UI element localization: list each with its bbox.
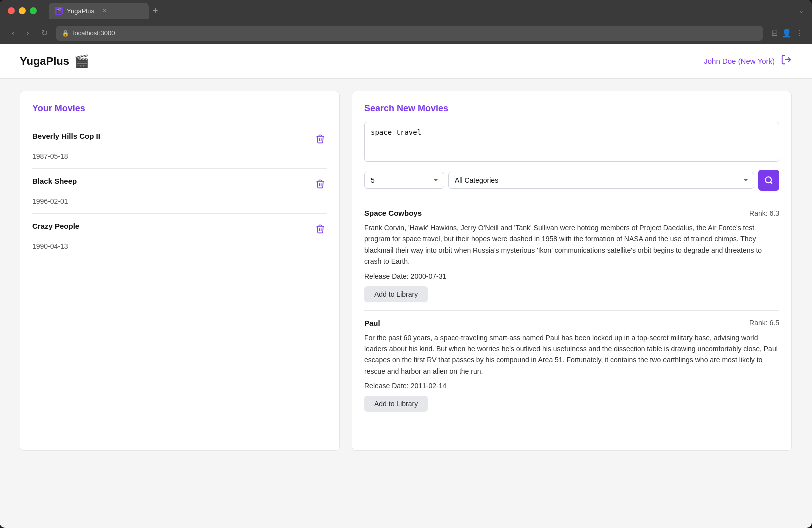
result-header: Space Cowboys Rank: 6.3 bbox=[364, 209, 780, 218]
tab-title: YugaPlus bbox=[67, 8, 94, 15]
user-name[interactable]: John Doe (New York) bbox=[704, 57, 775, 66]
category-select[interactable]: All Categories Action Comedy Drama Sci-F… bbox=[448, 172, 754, 189]
app-logo: YugaPlus 🎬 bbox=[20, 54, 90, 68]
result-title: Paul bbox=[364, 319, 380, 328]
result-date: Release Date: 2000-07-31 bbox=[364, 272, 780, 280]
menu-icon[interactable]: ⋮ bbox=[796, 28, 804, 38]
result-header: Paul Rank: 6.5 bbox=[364, 319, 780, 328]
movie-item: Black Sheep 1996-02-01 bbox=[32, 169, 328, 214]
library-panel: Your Movies Beverly Hills Cop II bbox=[20, 91, 340, 451]
movie-item: Crazy People 1990-04-13 bbox=[32, 214, 328, 258]
tab-favicon: 🎬 bbox=[55, 7, 63, 15]
browser-window: 🎬 YugaPlus ✕ + ⌄ ‹ › ↻ 🔒 localhost:3000 … bbox=[0, 0, 812, 528]
svg-point-1 bbox=[766, 177, 772, 183]
result-description: For the past 60 years, a space-traveling… bbox=[364, 332, 780, 378]
movie-item-header: Crazy People bbox=[32, 222, 328, 238]
add-to-library-button[interactable]: Add to Library bbox=[364, 286, 428, 302]
search-input[interactable]: space travel bbox=[364, 122, 780, 162]
reader-view-icon[interactable]: ⊟ bbox=[772, 28, 778, 38]
result-count-select[interactable]: 5 10 15 20 bbox=[364, 172, 444, 189]
movie-item-header: Beverly Hills Cop II bbox=[32, 132, 328, 148]
browser-toolbar: ‹ › ↻ 🔒 localhost:3000 ⊟ 👤 ⋮ bbox=[0, 22, 812, 44]
search-panel: Search New Movies space travel 5 10 15 2… bbox=[352, 91, 792, 451]
svg-line-2 bbox=[770, 182, 772, 184]
movie-date: 1987-05-18 bbox=[32, 152, 328, 160]
url-display: localhost:3000 bbox=[74, 30, 116, 37]
tab-close-icon[interactable]: ✕ bbox=[102, 8, 108, 14]
app-content: YugaPlus 🎬 John Doe (New York) Your Movi… bbox=[0, 44, 812, 528]
logo-text: YugaPlus bbox=[20, 55, 70, 68]
movie-title: Crazy People bbox=[32, 222, 80, 230]
movie-title: Beverly Hills Cop II bbox=[32, 132, 100, 140]
search-result-item: Space Cowboys Rank: 6.3 Frank Corvin, 'H… bbox=[364, 201, 780, 311]
movie-item-header: Black Sheep bbox=[32, 177, 328, 194]
search-result-item: Paul Rank: 6.5 For the past 60 years, a … bbox=[364, 311, 780, 421]
forward-button[interactable]: › bbox=[22, 27, 33, 40]
header-right: John Doe (New York) bbox=[704, 54, 792, 68]
new-tab-button[interactable]: + bbox=[153, 6, 158, 16]
movie-title: Black Sheep bbox=[32, 177, 77, 186]
add-to-library-button[interactable]: Add to Library bbox=[364, 396, 428, 412]
minimize-button[interactable] bbox=[19, 8, 26, 14]
tab-bar: 🎬 YugaPlus ✕ + bbox=[49, 3, 793, 19]
search-title: Search New Movies bbox=[364, 104, 780, 114]
result-title: Space Cowboys bbox=[364, 209, 422, 218]
tabs-dropdown-icon[interactable]: ⌄ bbox=[799, 8, 804, 14]
movie-date: 1996-02-01 bbox=[32, 198, 328, 206]
search-controls: 5 10 15 20 All Categories Action Comedy … bbox=[364, 170, 780, 191]
search-button[interactable] bbox=[758, 170, 780, 191]
active-tab[interactable]: 🎬 YugaPlus ✕ bbox=[49, 3, 149, 19]
reload-button[interactable]: ↻ bbox=[38, 26, 52, 40]
library-title: Your Movies bbox=[32, 104, 328, 114]
logo-icon: 🎬 bbox=[74, 54, 90, 68]
maximize-button[interactable] bbox=[30, 8, 37, 14]
app-header: YugaPlus 🎬 John Doe (New York) bbox=[0, 44, 812, 79]
result-date: Release Date: 2011-02-14 bbox=[364, 382, 780, 390]
close-button[interactable] bbox=[8, 8, 15, 14]
movie-item: Beverly Hills Cop II 1987-05-18 bbox=[32, 124, 328, 169]
delete-movie-button[interactable] bbox=[314, 222, 328, 238]
traffic-lights bbox=[8, 8, 37, 14]
result-description: Frank Corvin, 'Hawk' Hawkins, Jerry O'Ne… bbox=[364, 222, 780, 268]
result-rank: Rank: 6.5 bbox=[750, 319, 780, 327]
app-main: Your Movies Beverly Hills Cop II bbox=[0, 79, 812, 463]
delete-movie-button[interactable] bbox=[314, 132, 328, 148]
result-rank: Rank: 6.3 bbox=[750, 210, 780, 218]
account-icon[interactable]: 👤 bbox=[782, 28, 792, 38]
movie-date: 1990-04-13 bbox=[32, 242, 328, 250]
address-bar[interactable]: 🔒 localhost:3000 bbox=[56, 26, 764, 41]
back-button[interactable]: ‹ bbox=[8, 27, 18, 40]
delete-movie-button[interactable] bbox=[314, 177, 328, 194]
lock-icon: 🔒 bbox=[62, 30, 70, 37]
toolbar-right: ⊟ 👤 ⋮ bbox=[772, 28, 804, 38]
browser-titlebar: 🎬 YugaPlus ✕ + ⌄ bbox=[0, 0, 812, 22]
logout-icon[interactable] bbox=[781, 54, 792, 68]
